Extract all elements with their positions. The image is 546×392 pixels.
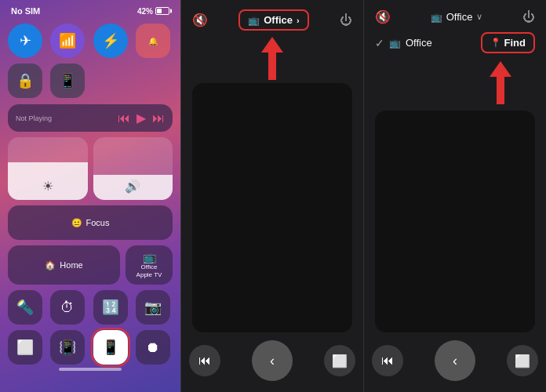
office-find-row: ✓ 📺 Office 📍 Find (364, 31, 546, 58)
office-badge[interactable]: 📺 Office › (238, 9, 309, 31)
right-header: 🔇 📺 Office ∨ ⏻ (364, 0, 546, 31)
clock-btn[interactable]: ⏱ (50, 290, 85, 325)
mirror-btn[interactable]: 📱 (50, 64, 85, 98)
notifications-btn[interactable]: 🔔 (136, 24, 170, 58)
right-screen-area (375, 111, 535, 332)
scan-btn[interactable]: ⬜ (8, 330, 42, 365)
skip-back-btn[interactable]: ⏮ (189, 345, 220, 376)
carrier-label: No SIM (11, 6, 40, 16)
battery-fill (157, 9, 162, 13)
playback-controls[interactable]: ⏮ ▶ ⏭ (118, 111, 165, 125)
now-playing-widget: Not Playing ⏮ ▶ ⏭ (8, 104, 173, 132)
appletv-icon: 📺 (143, 251, 156, 263)
office-item-label: Office (406, 37, 432, 49)
appletv-label: OfficeApple TV (136, 263, 162, 278)
brightness-icon: ☀ (42, 179, 53, 194)
remote-icon: 📱 (102, 339, 119, 356)
checkmark-icon: ✓ (375, 37, 384, 49)
vibrate-btn[interactable]: 📳 (50, 330, 85, 365)
find-badge[interactable]: 📍 Find (481, 32, 535, 53)
right-skip-back-btn[interactable]: ⏮ (372, 345, 403, 376)
flashlight-btn[interactable]: 🔦 (8, 290, 42, 325)
brightness-slider[interactable]: ☀ (8, 137, 88, 200)
power-icon[interactable]: ⏻ (340, 13, 352, 27)
right-power-icon[interactable]: ⏻ (522, 10, 535, 24)
battery-indicator: 42% (137, 7, 169, 16)
office-tv-icon: 📺 (389, 38, 401, 49)
home-label: Home (60, 260, 82, 270)
focus-icon: 😐 (71, 218, 82, 228)
focus-btn[interactable]: 😐 Focus (8, 205, 173, 240)
right-annotation-arrow (364, 58, 546, 111)
middle-panel: 🔇 📺 Office › ⏻ ⏮ ‹ ⬜ (180, 0, 363, 392)
right-chevron: ∨ (476, 12, 482, 22)
home-btn[interactable]: 🏠 Home (8, 245, 120, 285)
office-label: Office (264, 14, 293, 26)
remote-btn[interactable]: 📱 (93, 330, 128, 365)
svg-marker-0 (261, 37, 283, 80)
office-arrow: › (297, 16, 300, 25)
find-label: Find (504, 37, 526, 49)
svg-marker-1 (490, 61, 511, 104)
remote-header: 🔇 📺 Office › ⏻ (181, 0, 363, 37)
right-office-text: Office (446, 11, 473, 23)
status-bar: No SIM 42% (0, 0, 180, 19)
now-playing-title: Not Playing (16, 114, 52, 122)
control-center-grid: ✈ 📶 ⚡ 🔔 🔒 📱 (0, 19, 180, 103)
annotation-arrow (261, 37, 283, 80)
sliders-row: ☀ 🔊 (8, 137, 173, 200)
calculator-btn[interactable]: 🔢 (93, 290, 128, 325)
apple-tv-btn[interactable]: 📺 OfficeApple TV (126, 245, 173, 285)
focus-label: Focus (86, 218, 110, 227)
now-playing-info: Not Playing (16, 114, 52, 122)
screen-btn[interactable]: ⬜ (324, 345, 355, 376)
right-screen-btn[interactable]: ⬜ (507, 345, 538, 376)
record-btn[interactable]: ⏺ (136, 330, 170, 365)
right-mute-icon[interactable]: 🔇 (375, 9, 391, 24)
volume-icon: 🔊 (125, 179, 140, 194)
wifi-btn[interactable]: 📶 (50, 24, 85, 58)
focus-row: 😐 Focus (8, 205, 173, 240)
airplane-mode-btn[interactable]: ✈ (8, 24, 42, 58)
right-back-btn[interactable]: ‹ (435, 340, 475, 381)
play-btn[interactable]: ▶ (136, 111, 146, 125)
mute-icon[interactable]: 🔇 (192, 13, 208, 27)
camera-btn[interactable]: 📷 (136, 290, 170, 325)
tv-icon: 📺 (248, 15, 260, 26)
right-tv-icon: 📺 (431, 12, 442, 23)
home-icon: 🏠 (45, 260, 56, 270)
back-btn[interactable]: ‹ (252, 340, 293, 381)
remote-controls: ⏮ ‹ ⬜ (181, 332, 363, 392)
office-check-group: ✓ 📺 Office (375, 37, 432, 49)
prev-btn[interactable]: ⏮ (118, 111, 130, 125)
bottom-icons-grid: 🔦 ⏱ 🔢 📷 ⬜ 📳 📱 ⏺ (8, 290, 173, 365)
home-appletv-row: 🏠 Home 📺 OfficeApple TV (8, 245, 173, 285)
iphone-panel: No SIM 42% ✈ 📶 ⚡ 🔔 🔒 📱 Not Playing ⏮ ▶ ⏭ (0, 0, 180, 392)
battery-percent: 42% (137, 7, 153, 16)
home-indicator (59, 368, 122, 371)
screen-area (192, 83, 352, 332)
battery-icon (155, 7, 169, 15)
bluetooth-btn[interactable]: ⚡ (93, 24, 128, 58)
lock-btn[interactable]: 🔒 (8, 64, 42, 98)
find-icon: 📍 (490, 38, 501, 48)
right-controls: ⏮ ‹ ⬜ (364, 332, 546, 392)
volume-slider[interactable]: 🔊 (93, 137, 173, 200)
right-office-label: 📺 Office ∨ (431, 11, 483, 23)
next-btn[interactable]: ⏭ (152, 111, 165, 125)
right-panel: 🔇 📺 Office ∨ ⏻ ✓ 📺 Office 📍 Find ⏮ ‹ ⬜ (363, 0, 546, 392)
